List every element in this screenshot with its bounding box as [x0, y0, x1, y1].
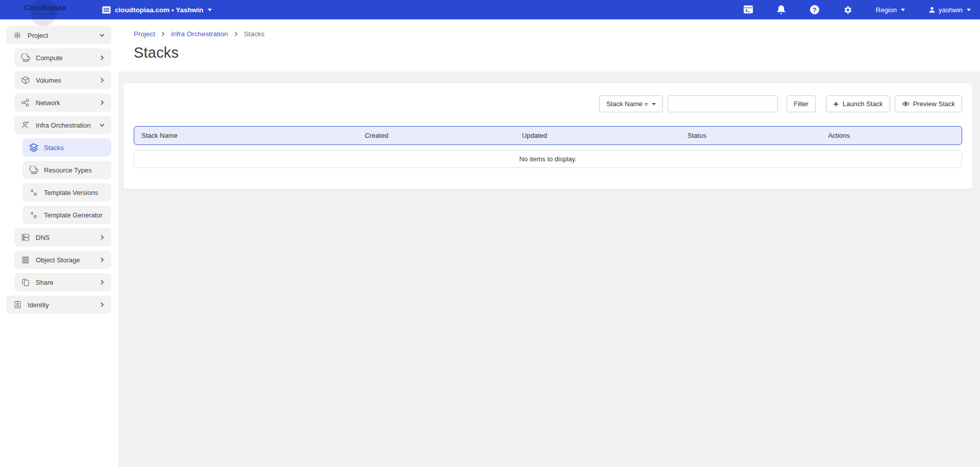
plus-icon [833, 101, 839, 107]
empty-state-row: No items to display. [134, 150, 962, 168]
sidebar-item-identity[interactable]: Identity [6, 296, 111, 314]
column-header-created[interactable]: Created [358, 132, 515, 139]
sidebar-item-resource-types[interactable]: Resource Types [22, 161, 111, 179]
sidebar-item-label: Identity [28, 301, 94, 309]
bell-icon[interactable] [776, 5, 787, 15]
chevron-right-icon [99, 234, 105, 240]
content-area: Stack Name = Filter Launch Stack Prev [118, 71, 980, 467]
table-header-row: Stack Name Created Updated Status Action… [134, 126, 962, 145]
breadcrumb-link-project[interactable]: Project [134, 30, 155, 38]
cloud-icon [20, 53, 31, 63]
chevron-right-icon [233, 31, 239, 37]
console-icon[interactable] [743, 5, 753, 15]
sidebar-item-label: Object Storage [36, 256, 94, 264]
eye-icon [902, 101, 910, 107]
chevron-down-icon [901, 9, 905, 11]
filter-button[interactable]: Filter [787, 95, 816, 112]
chevron-right-icon [99, 279, 105, 285]
sidebar-nav: Project Compute Volumes Network [0, 19, 118, 467]
sidebar-item-label: DNS [36, 234, 94, 241]
chevron-right-icon [99, 302, 105, 308]
layers-icon [29, 142, 39, 153]
topbar-actions: ? Region yashwin [743, 5, 971, 15]
chevron-right-icon [99, 257, 105, 263]
column-header-updated[interactable]: Updated [515, 132, 680, 139]
sidebar-item-label: Infra Orchestration [36, 121, 94, 129]
user-dropdown[interactable]: yashwin [928, 6, 971, 14]
sidebar-item-share[interactable]: Share [14, 273, 111, 291]
region-dropdown[interactable]: Region [876, 6, 905, 14]
window-list-icon [101, 5, 111, 15]
filter-search-input[interactable] [668, 95, 778, 112]
context-label: cloudtopiaa.com • Yashwin [115, 6, 203, 14]
sidebar-item-label: Resource Types [44, 166, 105, 174]
filter-button-label: Filter [794, 100, 808, 108]
breadcrumb: Project Infra Orchestration Stacks [134, 30, 966, 38]
sidebar-item-label: Stacks [44, 144, 105, 152]
region-label: Region [876, 6, 897, 14]
chevron-down-icon [99, 122, 105, 128]
question-mark: ? [810, 5, 819, 14]
breadcrumb-link-infra-orchestration[interactable]: Infra Orchestration [171, 30, 228, 38]
empty-state-message: No items to display. [519, 155, 576, 163]
chevron-down-icon [208, 9, 212, 11]
network-icon [20, 97, 31, 108]
sidebar-item-template-versions[interactable]: Template Versions [22, 183, 111, 202]
filter-field-dropdown[interactable]: Stack Name = [599, 95, 663, 112]
main-area: Project Infra Orchestration Stacks Stack… [118, 19, 980, 467]
chevron-right-icon [99, 100, 105, 106]
table-toolbar: Stack Name = Filter Launch Stack Prev [134, 95, 962, 112]
sidebar-item-label: Network [36, 99, 94, 107]
breadcrumb-current: Stacks [244, 30, 265, 38]
gear-icon [12, 30, 22, 40]
sidebar-item-template-generator[interactable]: Template Generator [22, 206, 111, 224]
pages-icon [20, 277, 31, 287]
chevron-down-icon [99, 32, 105, 38]
preview-stack-button[interactable]: Preview Stack [895, 95, 962, 112]
chevron-down-icon [652, 103, 656, 105]
preview-stack-label: Preview Stack [913, 100, 955, 108]
help-icon[interactable]: ? [810, 5, 820, 15]
brand-name: Cloudtopiaa [12, 4, 78, 11]
gear-icon[interactable] [843, 5, 853, 15]
gears-icon [29, 187, 39, 198]
sidebar-item-volumes[interactable]: Volumes [14, 71, 111, 89]
filter-field-label: Stack Name = [606, 100, 648, 108]
sidebar-item-label: Compute [36, 54, 94, 62]
project-context-dropdown[interactable]: cloudtopiaa.com • Yashwin [101, 5, 212, 15]
list-icon [20, 255, 31, 265]
stacks-panel: Stack Name = Filter Launch Stack Prev [124, 83, 972, 189]
cube-icon [20, 75, 31, 85]
sidebar-item-label: Template Versions [44, 189, 105, 196]
sidebar-item-object-storage[interactable]: Object Storage [14, 251, 111, 269]
page-header: Project Infra Orchestration Stacks Stack… [118, 19, 980, 71]
launch-stack-label: Launch Stack [843, 100, 883, 108]
column-header-status[interactable]: Status [680, 132, 821, 139]
column-header-stack-name[interactable]: Stack Name [134, 132, 358, 139]
user-icon [928, 6, 936, 14]
brand-tagline: Your Cloud Partner [12, 12, 78, 15]
sidebar-item-label: Project [28, 32, 94, 39]
username-label: yashwin [939, 6, 963, 14]
sidebar-item-label: Share [36, 279, 94, 286]
sidebar-item-label: Template Generator [44, 211, 105, 219]
sidebar-item-dns[interactable]: DNS [14, 228, 111, 247]
sidebar-item-network[interactable]: Network [14, 93, 111, 112]
sidebar-item-project[interactable]: Project [6, 26, 111, 44]
server-icon [20, 232, 31, 242]
sidebar-item-stacks[interactable]: Stacks [22, 138, 111, 157]
sidebar-item-infra-orchestration[interactable]: Infra Orchestration [14, 116, 111, 134]
brand-logo[interactable]: Cloudtopiaa Your Cloud Partner [12, 4, 78, 15]
page-title: Stacks [134, 44, 966, 61]
topbar: Cloudtopiaa Your Cloud Partner cloudtopi… [0, 0, 980, 19]
launch-stack-button[interactable]: Launch Stack [826, 95, 890, 112]
gears-icon [29, 210, 39, 220]
id-badge-icon [12, 300, 22, 310]
stacks-table: Stack Name Created Updated Status Action… [134, 126, 962, 168]
chevron-right-icon [160, 31, 166, 37]
column-header-actions: Actions [821, 132, 962, 139]
sidebar-item-compute[interactable]: Compute [14, 48, 111, 67]
sidebar-item-label: Volumes [36, 77, 94, 84]
chevron-down-icon [967, 9, 971, 11]
cloud-icon [29, 165, 39, 175]
